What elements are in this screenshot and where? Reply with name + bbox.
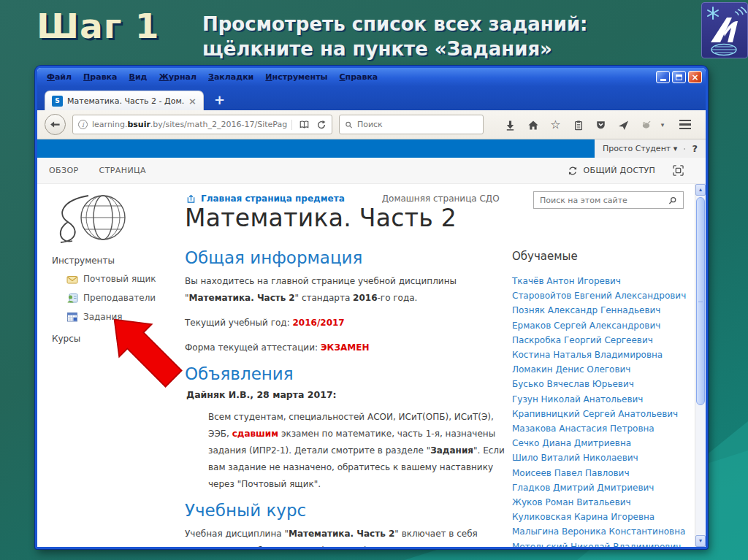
- page-scrollbar[interactable]: ▴ ▾: [695, 184, 706, 547]
- pocket-shield-icon[interactable]: [589, 119, 612, 131]
- sync-icon: [568, 166, 578, 176]
- send-tab-icon[interactable]: [612, 119, 635, 131]
- student-link[interactable]: Метельский Николай Владимирович: [512, 540, 696, 547]
- search-icon: [345, 120, 353, 129]
- browser-search-box[interactable]: [339, 115, 484, 134]
- ribbon-tab-page[interactable]: СТРАНИЦА: [99, 166, 146, 175]
- step-label: Шаг 1: [37, 6, 159, 46]
- menu-view[interactable]: Вид: [123, 72, 153, 82]
- home-icon[interactable]: [522, 119, 544, 131]
- breadcrumb-course-home[interactable]: Главная страница предмета: [201, 193, 345, 204]
- sidebar-item-label: Почтовый ящик: [83, 274, 156, 284]
- student-link[interactable]: Костина Наталья Владимировна: [512, 348, 696, 362]
- student-link[interactable]: Ломакин Денис Олегович: [512, 362, 696, 377]
- minimize-button[interactable]: [656, 71, 670, 83]
- mailbox-icon: [66, 275, 78, 284]
- close-button[interactable]: ×: [688, 71, 702, 83]
- menu-tools[interactable]: Инструменты: [259, 72, 333, 82]
- student-link[interactable]: Сечко Диана Дмитриевна: [512, 436, 696, 450]
- student-link[interactable]: Мазакова Анастасия Петровна: [512, 421, 696, 436]
- new-tab-button[interactable]: +: [214, 93, 225, 107]
- slide-heading: Просмотреть список всех заданий: щёлкнит…: [202, 12, 588, 62]
- site-logo: [47, 190, 137, 248]
- student-link[interactable]: Ермаков Сергей Александрович: [512, 318, 696, 333]
- promoted-page-icon: [186, 193, 196, 204]
- current-year-line: Текущий учебный год: 2016/2017: [185, 315, 515, 331]
- bookmarks-star-icon[interactable]: ☆: [544, 119, 567, 131]
- student-link[interactable]: Моисеев Павел Павлович: [512, 466, 696, 480]
- announcement-paragraph: Всем студентам, специальностей АСОИ, ИСи…: [208, 409, 506, 493]
- student-link[interactable]: Бусько Вячеслав Юрьевич: [512, 377, 696, 391]
- slide-heading-line1: Просмотреть список всех заданий:: [202, 12, 588, 37]
- url-text: learning.bsuir.by/sites/math_2_2016-17/S…: [92, 120, 287, 129]
- menu-file[interactable]: Файл: [41, 72, 77, 82]
- student-link[interactable]: Гузун Николай Анатольевич: [512, 392, 696, 407]
- scrollbar-thumb[interactable]: [696, 197, 705, 405]
- nav-group-tools[interactable]: Инструменты: [52, 256, 156, 266]
- teachers-icon: [66, 293, 78, 303]
- course-paragraph: Учебная дисциплина "Математика. Часть 2"…: [185, 526, 515, 547]
- urlbar-actions: [291, 120, 327, 130]
- scroll-down-button[interactable]: ▾: [695, 535, 706, 547]
- student-link[interactable]: Крапивницкий Сергей Анатольевич: [512, 407, 696, 421]
- page-content: Главная страница предмета Домашняя стран…: [37, 184, 706, 547]
- window-controls: ×: [656, 71, 702, 83]
- site-info-icon[interactable]: i: [78, 120, 88, 129]
- share-label[interactable]: ОБЩИЙ ДОСТУП: [584, 166, 655, 175]
- breadcrumb-sdo-home[interactable]: Домашняя страница СДО: [382, 193, 500, 204]
- student-link[interactable]: Ткачёв Антон Игоревич: [512, 274, 696, 288]
- attestation-line: Форма текущей аттестации: ЭКЗАМЕН: [185, 340, 515, 356]
- university-logo: [701, 2, 748, 58]
- student-link[interactable]: Позняк Александр Геннадьевич: [512, 303, 696, 318]
- site-search-box[interactable]: [533, 191, 684, 209]
- students-title: Обучаемые: [512, 250, 696, 263]
- tab-mathematics[interactable]: S Математика. Часть 2 - Дом... ×: [45, 91, 204, 110]
- site-search-icon[interactable]: [668, 196, 677, 205]
- main-column: Общая информация Вы находитесь на главно…: [185, 248, 515, 547]
- student-link[interactable]: Гладков Дмитрий Дмитриевич: [512, 480, 696, 495]
- ribbon-tab-browse[interactable]: ОБЗОР: [49, 166, 79, 175]
- university-logo-art: [702, 3, 747, 58]
- back-button[interactable]: [45, 114, 66, 135]
- sidebar-item-teachers[interactable]: Преподаватели: [66, 293, 156, 303]
- help-icon[interactable]: ?: [692, 143, 698, 154]
- ribbon-bar: ОБЗОР СТРАНИЦА ОБЩИЙ ДОСТУП: [37, 158, 706, 184]
- student-link[interactable]: Старовойтов Евгений Александрович: [512, 288, 696, 303]
- tasks-icon: [66, 312, 78, 322]
- user-menu[interactable]: Просто Студент ▾: [603, 144, 677, 153]
- browser-search-input[interactable]: [357, 120, 478, 129]
- menu-bookmarks[interactable]: Закладки: [202, 72, 259, 82]
- settings-gear-icon[interactable]: [684, 144, 685, 154]
- sharepoint-favicon-icon: S: [52, 96, 63, 107]
- browser-menubar: Файл Правка Вид Журнал Закладки Инструме…: [37, 68, 706, 86]
- sidebar-item-mailbox[interactable]: Почтовый ящик: [66, 274, 156, 284]
- menu-edit[interactable]: Правка: [77, 72, 123, 82]
- menu-hamburger-icon[interactable]: [675, 120, 695, 130]
- menu-history[interactable]: Журнал: [153, 72, 202, 82]
- student-link[interactable]: Малыгина Вероника Константиновна: [512, 524, 696, 539]
- reload-icon[interactable]: [316, 120, 327, 130]
- downloads-icon[interactable]: [499, 119, 522, 131]
- toolbar-overflow-caret-icon[interactable]: ▾: [657, 121, 668, 129]
- sharepoint-suite-bar: Просто Студент ▾ ?: [37, 139, 706, 158]
- url-bar[interactable]: i learning.bsuir.by/sites/math_2_2016-17…: [72, 115, 332, 134]
- focus-mode-icon[interactable]: [673, 165, 684, 176]
- page-title: Математика. Часть 2: [185, 204, 457, 232]
- student-link[interactable]: Жуков Роман Витальевич: [512, 495, 696, 510]
- student-link[interactable]: Куликовская Карина Игоревна: [512, 510, 696, 524]
- user-caret-icon: ▾: [673, 144, 678, 153]
- back-arrow-icon: [50, 119, 61, 130]
- announcement-author: Дайняк И.В., 28 марта 2017:: [186, 389, 515, 400]
- site-search-input[interactable]: [540, 196, 664, 205]
- clipboard-icon[interactable]: [567, 119, 589, 131]
- tab-close-icon[interactable]: ×: [188, 96, 196, 107]
- tab-strip: S Математика. Часть 2 - Дом... × +: [37, 86, 706, 110]
- extension-icon[interactable]: [635, 119, 657, 131]
- menu-help[interactable]: Справка: [333, 72, 383, 82]
- reader-mode-icon[interactable]: [299, 120, 310, 130]
- tab-title: Математика. Часть 2 - Дом...: [67, 96, 184, 106]
- student-link[interactable]: Шило Виталий Николаевич: [512, 450, 696, 465]
- maximize-button[interactable]: [672, 71, 686, 83]
- scroll-up-button[interactable]: ▴: [695, 184, 706, 196]
- student-link[interactable]: Паскробка Георгий Сергеевич: [512, 333, 696, 348]
